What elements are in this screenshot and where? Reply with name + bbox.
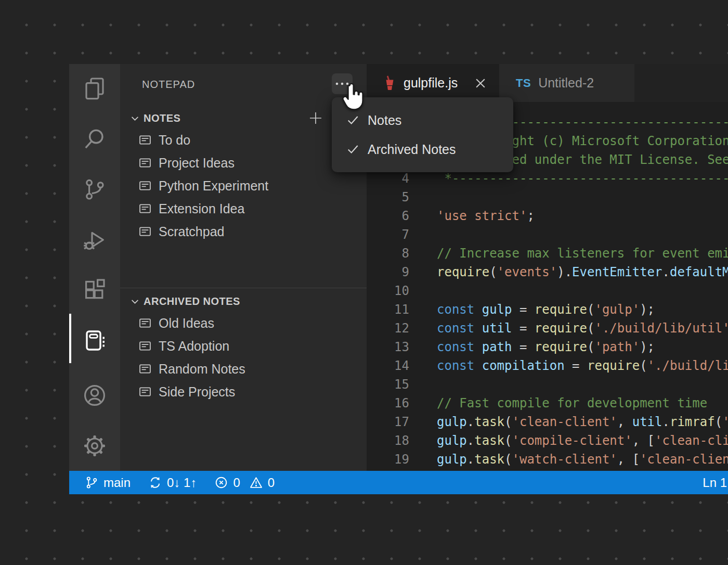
code-line: 8// Increase max listeners for event emi… [367, 244, 728, 263]
problems-status[interactable]: 0 0 [214, 476, 275, 490]
note-item-label: Random Notes [159, 362, 245, 377]
note-item[interactable]: Scratchpad [120, 220, 367, 243]
add-note-button[interactable] [304, 108, 327, 129]
code-text: const util = require('./build/lib/util' [409, 319, 728, 338]
note-item[interactable]: Project Ideas [120, 151, 367, 174]
sync-counts: 0↓ 1↑ [167, 476, 197, 490]
status-bar: main 0↓ 1↑ 0 0 [69, 471, 728, 494]
note-icon [139, 157, 151, 169]
menu-item-archived-notes[interactable]: Archived Notes [332, 135, 513, 164]
note-item[interactable]: Python Experiment [120, 174, 367, 197]
code-text: const gulp = require('gulp'); [409, 300, 655, 319]
tab-label: gulpfile.js [404, 75, 458, 91]
error-count: 0 [233, 476, 240, 490]
activity-bar [69, 64, 120, 471]
note-item[interactable]: TS Adoption [120, 335, 367, 357]
active-view-indicator [69, 314, 71, 363]
code-line: 19gulp.task('watch-client', ['clean-clie… [367, 450, 728, 469]
line-number: 10 [367, 281, 409, 300]
code-line: 13const path = require('path'); [367, 338, 728, 356]
code-line: 14const compilation = require('./build/l… [367, 356, 728, 375]
run-debug-icon [82, 227, 107, 252]
note-item[interactable]: Old Ideas [120, 312, 367, 335]
extensions-icon [82, 278, 107, 303]
close-icon [475, 78, 486, 88]
warning-count: 0 [268, 476, 275, 490]
code-line: 5 [367, 188, 728, 207]
code-line: 7 [367, 225, 728, 244]
line-number: 19 [367, 450, 409, 469]
line-number: 12 [367, 319, 409, 338]
note-item-label: Python Experiment [159, 178, 268, 194]
source-control-icon [82, 177, 107, 202]
branch-status[interactable]: main [85, 476, 131, 490]
activity-item-accounts[interactable] [82, 383, 107, 408]
chevron-down-icon [131, 115, 139, 121]
branch-name: main [103, 476, 131, 490]
code-line: 17gulp.task('clean-client', util.rimraf(… [367, 413, 728, 431]
check-icon [346, 113, 360, 127]
files-icon [82, 76, 107, 101]
code-line: 11const gulp = require('gulp'); [367, 300, 728, 319]
activity-item-source-control[interactable] [82, 177, 107, 202]
activity-item-search[interactable] [82, 126, 107, 151]
menu-item-label: Archived Notes [368, 142, 456, 157]
line-number: 7 [367, 225, 409, 244]
tab-untitled-2[interactable]: TS Untitled-2 [499, 64, 634, 102]
code-text: const path = require('path'); [409, 338, 655, 356]
chevron-down-icon [131, 299, 139, 304]
section-label: NOTES [144, 112, 180, 124]
section-header-notes[interactable]: NOTES [120, 108, 367, 129]
code-text [409, 375, 437, 394]
note-icon [139, 179, 151, 192]
tab-close-button[interactable] [474, 77, 487, 89]
tab-bar: gulpfile.js TS Untitled-2 [367, 64, 728, 102]
sync-status[interactable]: 0↓ 1↑ [148, 476, 197, 490]
check-icon [346, 143, 360, 156]
tab-gulpfile-js[interactable]: gulpfile.js [367, 64, 499, 102]
line-number: 18 [367, 431, 409, 450]
code-line: 9require('events').EventEmitter.defaultM… [367, 263, 728, 281]
section-notes: NOTES To doProject IdeasPython Experimen… [120, 108, 367, 243]
code-text [409, 281, 437, 300]
line-number: 5 [367, 188, 409, 207]
activity-item-notepad[interactable] [82, 328, 107, 353]
code-text: gulp.task('compile-client', ['clean-clie [409, 431, 728, 450]
sidebar-title: NOTEPAD [142, 79, 195, 91]
cursor-position-status[interactable]: Ln 1 [703, 476, 728, 490]
code-line: 6'use strict'; [367, 207, 728, 225]
note-icon [139, 340, 151, 352]
notepad-icon [82, 328, 107, 353]
code-text: const compilation = require('./build/lib [409, 356, 728, 375]
note-item[interactable]: Extension Idea [120, 197, 367, 220]
note-item[interactable]: Side Projects [120, 380, 367, 403]
code-text [409, 225, 437, 244]
note-item[interactable]: To do [120, 129, 367, 151]
note-item[interactable]: Random Notes [120, 357, 367, 380]
line-number: 13 [367, 338, 409, 356]
sidebar-separator [120, 288, 367, 288]
note-icon [139, 225, 151, 238]
activity-item-settings[interactable] [82, 433, 107, 458]
line-number: 14 [367, 356, 409, 375]
activity-item-extensions[interactable] [82, 278, 107, 303]
section-label: ARCHIVED NOTES [144, 296, 240, 307]
activity-item-run-debug[interactable] [82, 227, 107, 252]
code-text: gulp.task('watch-client', ['clean-client [409, 450, 728, 469]
line-number: 11 [367, 300, 409, 319]
account-icon [82, 383, 107, 408]
note-icon [139, 363, 151, 375]
note-item-label: Side Projects [159, 384, 235, 400]
sidebar-notepad: NOTEPAD NOTES To doProject IdeasPython E… [120, 64, 367, 471]
note-icon [139, 134, 151, 146]
code-line: 10 [367, 281, 728, 300]
line-number: 16 [367, 394, 409, 413]
code-line: 18gulp.task('compile-client', ['clean-cl… [367, 431, 728, 450]
activity-item-explorer[interactable] [82, 76, 107, 101]
plus-icon [308, 111, 323, 125]
section-header-archived-notes[interactable]: ARCHIVED NOTES [120, 291, 367, 312]
code-text: // Fast compile for development time [409, 394, 707, 413]
pointer-hand-cursor [341, 83, 365, 110]
line-number: 6 [367, 207, 409, 225]
search-icon [82, 126, 107, 151]
